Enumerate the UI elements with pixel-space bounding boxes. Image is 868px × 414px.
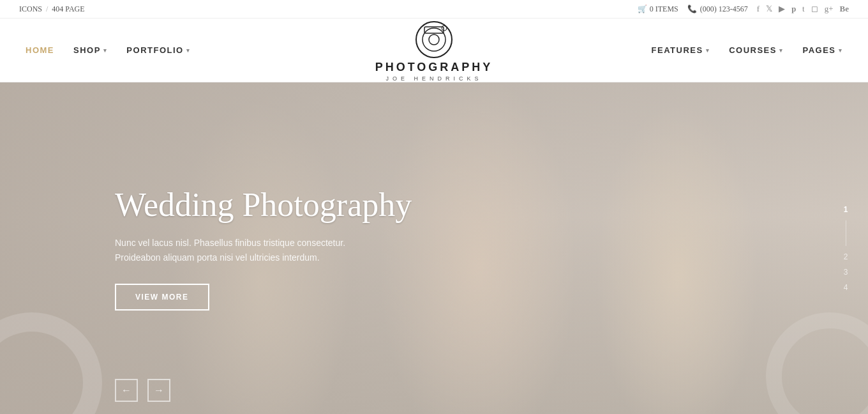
icons-link[interactable]: ICONS [19,4,42,14]
logo[interactable]: PHOTOGRAPHY JOE HENDRICKS [375,19,493,82]
nav-home[interactable]: HOME [26,45,54,55]
slide-indicator-2[interactable]: 2 [839,252,852,261]
nav-left: HOME SHOP ▾ PORTFOLIO ▾ [26,45,190,55]
nav-right: FEATURES ▾ COURSES ▾ PAGES ▾ [652,45,842,55]
cart-icon: 🛒 [638,4,647,14]
hero-section: Wedding Photography Nunc vel lacus nisl.… [0,82,868,414]
social-icons: f 𝕏 ▶ 𝐩 t ◻ g+ Be [757,4,849,14]
pages-chevron-icon: ▾ [839,47,843,54]
prev-slide-button[interactable]: ← [115,379,138,402]
phone-number: 📞 (000) 123-4567 [687,4,748,14]
top-bar: ICONS / 404 PAGE 🛒 0 ITEMS 📞 (000) 123-4… [0,0,868,19]
logo-text-main: PHOTOGRAPHY [375,61,493,74]
pinterest-icon[interactable]: 𝐩 [791,4,796,14]
slide-indicator-4[interactable]: 4 [839,283,852,292]
nav-features[interactable]: FEATURES ▾ [652,45,710,55]
svg-point-1 [423,28,445,51]
features-chevron-icon: ▾ [706,47,710,54]
breadcrumb: ICONS / 404 PAGE [19,4,85,14]
slide-controls: ← → [115,379,170,402]
twitter-icon[interactable]: 𝕏 [766,4,772,14]
top-bar-right: 🛒 0 ITEMS 📞 (000) 123-4567 f 𝕏 ▶ 𝐩 t ◻ g… [638,4,849,14]
separator: / [46,4,48,14]
logo-icon [408,19,460,61]
nav-pages[interactable]: PAGES ▾ [802,45,842,55]
slide-indicator-3[interactable]: 3 [839,268,852,277]
courses-chevron-icon: ▾ [779,47,784,54]
nav-portfolio[interactable]: PORTFOLIO ▾ [126,45,190,55]
slide-indicators: 1 2 3 4 [839,205,852,292]
phone-icon: 📞 [687,4,697,14]
instagram-icon[interactable]: ◻ [811,4,818,14]
behance-icon[interactable]: Be [840,4,849,14]
logo-text-sub: JOE HENDRICKS [385,75,482,82]
cart-count: 0 ITEMS [650,4,678,14]
svg-point-4 [442,26,447,31]
page-link[interactable]: 404 PAGE [52,4,84,14]
nav-shop[interactable]: SHOP ▾ [73,45,107,55]
slide-indicator-line [846,220,846,246]
tumblr-icon[interactable]: t [802,4,805,14]
hero-description: Nunc vel lacus nisl. Phasellus finibus t… [115,236,370,264]
cart-button[interactable]: 🛒 0 ITEMS [638,4,678,14]
slide-indicator-1[interactable]: 1 [839,205,852,214]
google-icon[interactable]: g+ [825,4,834,14]
portfolio-chevron-icon: ▾ [186,47,191,54]
svg-point-2 [429,34,439,45]
nav-courses[interactable]: COURSES ▾ [729,45,783,55]
next-slide-button[interactable]: → [147,379,170,402]
youtube-icon[interactable]: ▶ [779,4,785,14]
hero-content: Wedding Photography Nunc vel lacus nisl.… [115,187,412,310]
navigation: HOME SHOP ▾ PORTFOLIO ▾ PHOTOGRAPHY JOE … [0,19,868,82]
facebook-icon[interactable]: f [757,4,760,14]
shop-chevron-icon: ▾ [103,47,108,54]
hero-cta-button[interactable]: View More [115,284,209,310]
hero-title: Wedding Photography [115,187,412,223]
